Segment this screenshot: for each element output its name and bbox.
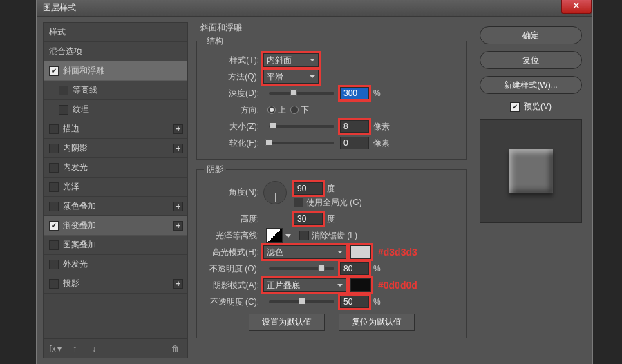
highlight-color-swatch[interactable] [350, 245, 371, 259]
checkbox-icon[interactable] [49, 260, 59, 269]
blend-options-header[interactable]: 混合选项 [44, 42, 187, 61]
move-up-icon[interactable]: ↑ [68, 343, 81, 355]
checkbox-icon[interactable] [59, 105, 68, 115]
styles-header[interactable]: 样式 [44, 23, 187, 42]
preview-toggle[interactable]: ✔ 预览(V) [510, 101, 552, 113]
trash-icon[interactable]: 🗑 [169, 343, 182, 355]
shadow-group: 阴影 角度(N): 度 使用全局光 (G) [196, 164, 467, 338]
style-item-gradient-overlay[interactable]: ✔ 渐变叠加 + [44, 216, 187, 236]
direction-down-radio[interactable] [290, 106, 299, 114]
style-item-color-overlay[interactable]: 颜色叠加 + [44, 197, 187, 216]
checkbox-on-icon[interactable]: ✔ [49, 221, 59, 231]
window-title: 图层样式 [43, 2, 76, 14]
size-input[interactable] [340, 120, 369, 133]
styles-list: 样式 混合选项 ✔ 斜面和浮雕 等高线 纹理 描边 + [43, 22, 188, 358]
soften-input[interactable] [340, 137, 369, 149]
highlight-opacity-input[interactable] [340, 262, 369, 275]
style-item-contour[interactable]: 等高线 [44, 81, 187, 100]
styles-column: 样式 混合选项 ✔ 斜面和浮雕 等高线 纹理 描边 + [43, 22, 188, 358]
reset-default-button[interactable]: 复位为默认值 [339, 314, 415, 331]
add-instance-icon[interactable]: + [173, 202, 183, 211]
style-item-texture[interactable]: 纹理 [44, 100, 187, 119]
highlight-mode-select[interactable]: 滤色 [263, 245, 346, 259]
annotation-text: #0d0d0d [378, 280, 417, 291]
direction-up-radio[interactable] [267, 106, 276, 114]
global-light-checkbox[interactable] [294, 198, 303, 207]
soften-slider[interactable] [269, 142, 334, 144]
add-instance-icon[interactable]: + [173, 124, 183, 134]
preview-swatch [509, 149, 553, 193]
annotation-text: #d3d3d3 [378, 247, 417, 258]
size-slider[interactable] [269, 125, 334, 128]
checkbox-icon[interactable] [49, 163, 59, 173]
shadow-color-swatch[interactable] [350, 278, 371, 292]
style-item-inner-shadow[interactable]: 内阴影 + [44, 139, 187, 158]
preview-box [480, 119, 582, 223]
settings-column: 斜面和浮雕 结构 样式(T): 内斜面 方法(Q): 平滑 深度(D): % [196, 22, 467, 358]
section-title: 斜面和浮雕 [200, 22, 467, 34]
altitude-input[interactable] [294, 213, 323, 225]
checkbox-on-icon[interactable]: ✔ [510, 102, 520, 112]
checkbox-icon[interactable] [59, 86, 68, 95]
title-bar[interactable]: 图层样式 ✕ [37, 0, 592, 17]
shadow-mode-select[interactable]: 正片叠底 [263, 278, 346, 292]
add-instance-icon[interactable]: + [173, 144, 183, 153]
ok-button[interactable]: 确定 [480, 26, 582, 44]
angle-dial[interactable] [263, 181, 287, 204]
checkbox-icon[interactable] [49, 240, 59, 250]
shadow-legend: 阴影 [204, 164, 226, 175]
style-item-pattern-overlay[interactable]: 图案叠加 [44, 236, 187, 255]
style-item-stroke[interactable]: 描边 + [44, 119, 187, 139]
fx-menu-icon[interactable]: fx▾ [49, 343, 62, 355]
close-button[interactable]: ✕ [561, 0, 592, 14]
style-select[interactable]: 内斜面 [263, 53, 319, 67]
gloss-contour-picker[interactable] [266, 228, 283, 243]
depth-input[interactable] [340, 87, 369, 99]
shadow-opacity-input[interactable] [340, 296, 369, 308]
depth-slider[interactable] [269, 92, 334, 95]
shadow-opacity-slider[interactable] [269, 300, 334, 303]
angle-input[interactable] [294, 182, 323, 195]
checkbox-icon[interactable] [49, 124, 59, 134]
style-item-satin[interactable]: 光泽 [44, 178, 187, 197]
new-style-button[interactable]: 新建样式(W)... [480, 76, 582, 94]
add-instance-icon[interactable]: + [173, 279, 183, 289]
layer-style-dialog: 图层样式 ✕ 样式 混合选项 ✔ 斜面和浮雕 等高线 纹理 [37, 0, 592, 364]
antialias-checkbox[interactable] [299, 231, 309, 240]
style-item-outer-glow[interactable]: 外发光 [44, 255, 187, 274]
set-default-button[interactable]: 设置为默认值 [249, 314, 325, 331]
highlight-opacity-slider[interactable] [269, 267, 334, 270]
checkbox-icon[interactable] [49, 182, 59, 192]
style-item-bevel[interactable]: ✔ 斜面和浮雕 [44, 61, 187, 81]
checkbox-on-icon[interactable]: ✔ [49, 66, 59, 76]
style-item-drop-shadow[interactable]: 投影 + [44, 274, 187, 294]
chevron-down-icon[interactable] [285, 234, 291, 238]
cancel-button[interactable]: 复位 [480, 51, 582, 69]
checkbox-icon[interactable] [49, 202, 59, 211]
add-instance-icon[interactable]: + [173, 221, 183, 231]
method-select[interactable]: 平滑 [263, 70, 319, 84]
checkbox-icon[interactable] [49, 144, 59, 153]
move-down-icon[interactable]: ↓ [88, 343, 100, 355]
structure-legend: 结构 [204, 35, 226, 47]
style-item-inner-glow[interactable]: 内发光 [44, 158, 187, 178]
structure-group: 结构 样式(T): 内斜面 方法(Q): 平滑 深度(D): % 方向: [196, 35, 467, 160]
right-column: 确定 复位 新建样式(W)... ✔ 预览(V) [475, 22, 586, 358]
list-footer: fx▾ ↑ ↓ 🗑 [44, 338, 187, 358]
checkbox-icon[interactable] [49, 279, 59, 289]
